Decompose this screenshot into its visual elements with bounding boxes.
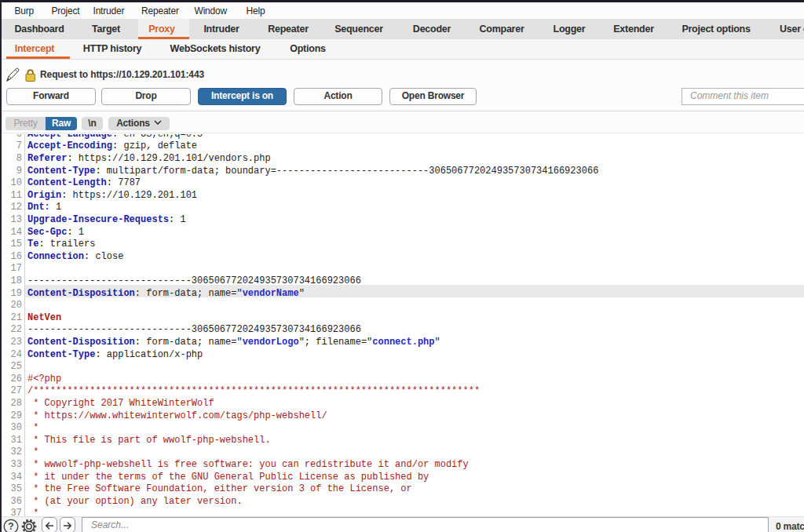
svg-text:?: ? xyxy=(8,521,13,532)
